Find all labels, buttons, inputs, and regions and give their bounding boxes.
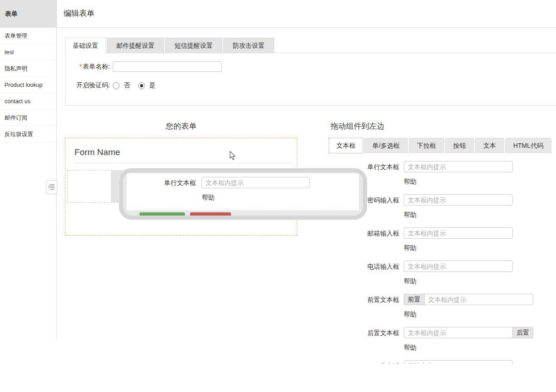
component-row-0[interactable]: 单行文本框帮助 bbox=[363, 161, 545, 186]
component-label: 电话输入框 bbox=[363, 261, 399, 286]
sidebar-menu: 表单管理test隐私声明Product lookupcontact us邮件订阅… bbox=[0, 28, 56, 142]
drag-ghost[interactable]: 单行文本框 帮助 bbox=[119, 168, 367, 220]
save-button[interactable] bbox=[140, 212, 185, 219]
component-input[interactable] bbox=[404, 194, 513, 206]
cancel-button[interactable] bbox=[190, 212, 231, 219]
sidebar-header: 表单 bbox=[0, 0, 56, 27]
component-label: 文本域 bbox=[363, 360, 399, 364]
component-tab-5[interactable]: HTML代码 bbox=[505, 138, 551, 153]
component-tabs: 文本框单/多选框下拉框按钮文本HTML代码 bbox=[329, 138, 552, 153]
form-name-input[interactable] bbox=[113, 61, 222, 72]
settings-tabs: 基础设置邮件提醒设置短信提醒设置防攻击设置 bbox=[65, 38, 274, 53]
captcha-label: 开启验证码: bbox=[75, 81, 110, 90]
component-label: 密码输入框 bbox=[363, 194, 399, 219]
outdent-icon bbox=[48, 183, 55, 191]
component-help: 帮助 bbox=[404, 344, 533, 352]
component-help: 帮助 bbox=[404, 277, 513, 286]
component-label: 后置文本框 bbox=[363, 327, 399, 352]
component-list: 单行文本框帮助密码输入框帮助邮箱输入框帮助电话输入框帮助前置文本框前置帮助后置文… bbox=[363, 161, 545, 364]
drag-hint-title: 拖动组件到左边 bbox=[331, 121, 385, 131]
component-tab-0[interactable]: 文本框 bbox=[329, 138, 363, 153]
radio-label: 是 bbox=[149, 81, 155, 90]
component-input[interactable] bbox=[404, 227, 513, 239]
component-row-2[interactable]: 邮箱输入框帮助 bbox=[363, 227, 545, 252]
captcha-row: 开启验证码: 否是 bbox=[75, 81, 556, 90]
component-input[interactable] bbox=[404, 360, 513, 364]
component-input[interactable] bbox=[404, 161, 513, 172]
component-tab-3[interactable]: 按钮 bbox=[445, 138, 474, 153]
component-input[interactable] bbox=[404, 261, 513, 272]
component-help: 帮助 bbox=[404, 244, 513, 252]
drag-ghost-field: 单行文本框 帮助 bbox=[126, 173, 360, 211]
header-divider bbox=[0, 27, 556, 28]
your-form-title: 您的表单 bbox=[65, 121, 297, 131]
component-input[interactable] bbox=[404, 327, 513, 338]
drag-ghost-help: 帮助 bbox=[202, 194, 215, 202]
settings-panel: *表单名称: 开启验证码: 否是 bbox=[65, 53, 556, 106]
radio-checked-icon[interactable] bbox=[138, 82, 145, 89]
drag-ghost-label: 单行文本框 bbox=[126, 179, 196, 187]
form-builder-app: 表单 编辑表单 表单管理test隐私声明Product lookupcontac… bbox=[0, 0, 556, 392]
form-name-row: *表单名称: bbox=[75, 61, 556, 72]
component-tab-4[interactable]: 文本 bbox=[475, 138, 504, 153]
settings-tab-1[interactable]: 邮件提醒设置 bbox=[107, 38, 164, 53]
arrow-cursor-icon bbox=[230, 151, 236, 162]
component-help: 帮助 bbox=[404, 211, 513, 219]
sidebar-item-1[interactable]: test bbox=[0, 44, 56, 60]
captcha-radio-group: 否是 bbox=[113, 81, 164, 90]
form-name-label: *表单名称: bbox=[75, 63, 110, 71]
component-help: 帮助 bbox=[404, 178, 513, 186]
component-label: 前置文本框 bbox=[363, 294, 399, 319]
captcha-option-1[interactable]: 是 bbox=[138, 81, 155, 90]
sidebar-item-3[interactable]: Product lookup bbox=[0, 77, 56, 93]
input-prefix-addon: 前置 bbox=[404, 294, 424, 305]
component-input[interactable] bbox=[424, 294, 533, 305]
sidebar-divider bbox=[56, 0, 57, 339]
form-title-text: Form Name bbox=[75, 147, 120, 157]
sidebar-item-5[interactable]: 邮件订阅 bbox=[0, 110, 56, 126]
component-row-5[interactable]: 后置文本框后置帮助 bbox=[363, 327, 545, 352]
component-tab-1[interactable]: 单/多选框 bbox=[364, 138, 408, 153]
input-suffix-addon: 后置 bbox=[513, 327, 533, 338]
settings-tab-0[interactable]: 基础设置 bbox=[65, 38, 106, 53]
component-label: 单行文本框 bbox=[363, 161, 399, 186]
component-row-6[interactable]: 文本域 bbox=[363, 360, 545, 364]
captcha-option-0[interactable]: 否 bbox=[113, 81, 130, 90]
component-tab-2[interactable]: 下拉框 bbox=[409, 138, 444, 153]
sidebar-item-6[interactable]: 反垃圾设置 bbox=[0, 126, 56, 142]
sidebar-collapse-button[interactable] bbox=[46, 180, 57, 194]
component-row-1[interactable]: 密码输入框帮助 bbox=[363, 194, 545, 219]
component-row-4[interactable]: 前置文本框前置帮助 bbox=[363, 294, 545, 319]
sidebar-title: 表单 bbox=[5, 10, 18, 18]
settings-tab-3[interactable]: 防攻击设置 bbox=[223, 38, 274, 53]
component-row-3[interactable]: 电话输入框帮助 bbox=[363, 261, 545, 286]
radio-label: 否 bbox=[124, 81, 130, 90]
form-title-underline bbox=[75, 163, 291, 163]
component-help: 帮助 bbox=[404, 311, 533, 319]
sidebar-item-4[interactable]: contact us bbox=[0, 93, 56, 110]
required-mark: * bbox=[80, 63, 82, 70]
settings-tab-2[interactable]: 短信提醒设置 bbox=[165, 38, 222, 53]
sidebar-item-0[interactable]: 表单管理 bbox=[0, 28, 56, 44]
component-label: 邮箱输入框 bbox=[363, 227, 399, 252]
radio-unchecked-icon[interactable] bbox=[113, 82, 120, 89]
page-title: 编辑表单 bbox=[64, 0, 95, 27]
sidebar-item-2[interactable]: 隐私声明 bbox=[0, 60, 56, 77]
drag-ghost-input[interactable] bbox=[201, 177, 310, 188]
